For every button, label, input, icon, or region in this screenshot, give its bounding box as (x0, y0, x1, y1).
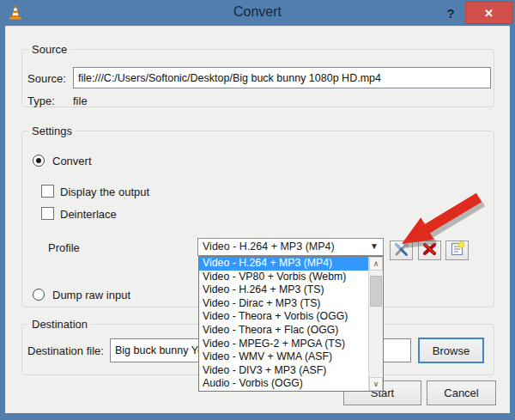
convert-radio[interactable] (33, 155, 45, 167)
title-bar: Convert ? ✕ (0, 0, 515, 26)
profile-option[interactable]: Video - H.264 + MP3 (TS) (199, 283, 368, 297)
profile-option[interactable]: Video - Theora + Flac (OGG) (199, 324, 368, 338)
settings-group-label: Settings (28, 125, 76, 137)
profile-combobox[interactable]: Video - H.264 + MP3 (MP4) ▼ (197, 238, 384, 256)
combobox-dropdown-icon[interactable]: ▼ (370, 241, 379, 251)
source-input[interactable] (73, 67, 491, 88)
edit-profile-button[interactable] (390, 240, 413, 260)
window-title: Convert (0, 4, 515, 20)
profile-option[interactable]: Video - Dirac + MP3 (TS) (199, 297, 368, 311)
scrollbar-thumb[interactable] (370, 276, 382, 307)
red-x-icon (422, 242, 437, 259)
convert-radio-label[interactable]: Convert (52, 155, 92, 167)
profile-option[interactable]: Video - WMV + WMA (ASF) (199, 350, 368, 364)
profile-selected-value: Video - H.264 + MP3 (MP4) (203, 240, 335, 253)
deinterlace-checkbox[interactable] (41, 207, 54, 220)
display-output-checkbox[interactable] (41, 185, 54, 198)
type-label: Type: (27, 94, 55, 107)
dropdown-scrollbar[interactable]: ∧ ∨ (368, 257, 383, 391)
close-button[interactable]: ✕ (465, 2, 512, 24)
type-value: file (73, 94, 88, 107)
help-button[interactable]: ? (439, 3, 462, 23)
source-field-label: Source: (27, 72, 66, 85)
profile-option[interactable]: Video - DIV3 + MP3 (ASF) (199, 364, 368, 378)
dump-raw-input-radio[interactable] (33, 289, 45, 301)
wrench-screwdriver-icon (394, 242, 409, 259)
display-output-label[interactable]: Display the output (60, 186, 149, 198)
profile-option[interactable]: Video - H.264 + MP3 (MP4) (199, 257, 368, 271)
profile-option[interactable]: Video - VP80 + Vorbis (Webm) (199, 271, 368, 284)
destination-file-label: Destination file: (27, 344, 104, 357)
new-profile-button[interactable] (445, 240, 469, 260)
convert-dialog: Convert ? ✕ Source Source: Type: file Se… (0, 0, 515, 420)
profile-option[interactable]: Audio - Vorbis (OGG) (199, 377, 368, 391)
destination-group-label: Destination (28, 318, 91, 331)
scroll-up-icon[interactable]: ∧ (369, 257, 383, 271)
cancel-button[interactable]: Cancel (427, 380, 496, 405)
browse-button[interactable]: Browse (418, 338, 484, 363)
dump-raw-input-label[interactable]: Dump raw input (52, 289, 130, 301)
document-new-icon (450, 241, 465, 259)
deinterlace-label[interactable]: Deinterlace (60, 208, 117, 221)
profile-option[interactable]: Video - Theora + Vorbis (OGG) (199, 310, 368, 324)
scroll-down-icon[interactable]: ∨ (369, 377, 383, 391)
profile-dropdown-items: Video - H.264 + MP3 (MP4)Video - VP80 + … (199, 257, 368, 391)
delete-profile-button[interactable] (418, 240, 441, 260)
profile-option[interactable]: Video - MPEG-2 + MPGA (TS) (199, 338, 368, 351)
profile-label: Profile (48, 241, 80, 254)
source-group-label: Source (28, 43, 70, 56)
profile-dropdown-list: Video - H.264 + MP3 (MP4)Video - VP80 + … (198, 256, 384, 392)
